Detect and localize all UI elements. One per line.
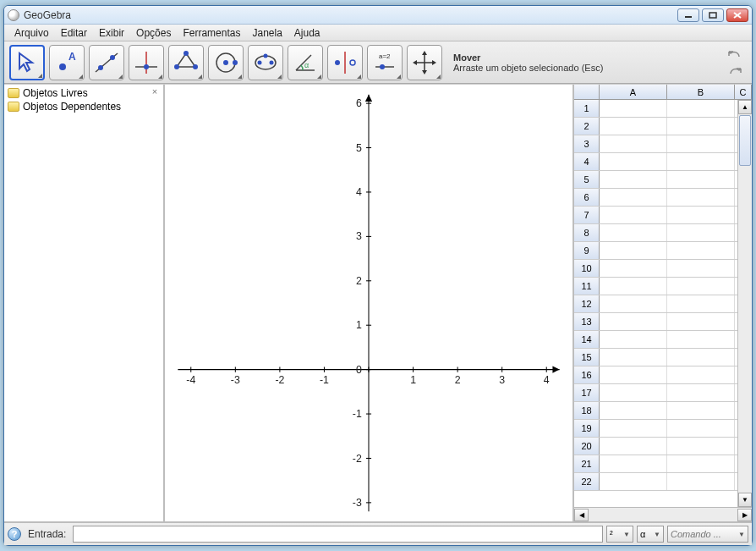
spreadsheet-cell[interactable]	[600, 313, 667, 330]
spreadsheet-cell[interactable]	[600, 438, 667, 455]
spreadsheet-rowhead[interactable]: 20	[574, 438, 600, 455]
spreadsheet-rowhead[interactable]: 21	[574, 455, 600, 472]
spreadsheet-cell[interactable]	[600, 171, 667, 188]
spreadsheet-rowhead[interactable]: 9	[574, 242, 600, 259]
tool-point[interactable]: A	[49, 45, 85, 80]
spreadsheet-rowhead[interactable]: 6	[574, 189, 600, 206]
spreadsheet-cell[interactable]	[600, 402, 667, 419]
spreadsheet-rowhead[interactable]: 10	[574, 260, 600, 277]
spreadsheet-cell[interactable]	[667, 118, 735, 135]
spreadsheet-vscrollbar[interactable]: ▲ ▼	[737, 100, 752, 507]
scroll-right-button[interactable]: ▶	[737, 509, 752, 521]
spreadsheet-hscrollbar[interactable]: ◀ ▶	[574, 507, 752, 521]
menu-ferramentas[interactable]: Ferramentas	[178, 25, 245, 41]
tool-perpendicular[interactable]	[129, 45, 164, 80]
spreadsheet-cell[interactable]	[667, 384, 735, 401]
algebra-close-button[interactable]: ×	[150, 86, 160, 96]
spreadsheet-cell[interactable]	[667, 153, 735, 170]
scroll-up-button[interactable]: ▲	[738, 100, 752, 114]
spreadsheet-rowhead[interactable]: 11	[574, 278, 600, 295]
spreadsheet-cell[interactable]	[600, 349, 667, 366]
close-button[interactable]	[726, 8, 748, 22]
spreadsheet-cell[interactable]	[667, 366, 735, 383]
spreadsheet-cell[interactable]	[667, 455, 735, 472]
graphics-view[interactable]: -4-3-2-11234-3-2-10123456	[165, 85, 574, 521]
menu-janela[interactable]: Janela	[247, 25, 287, 41]
spreadsheet-cell[interactable]	[600, 473, 667, 490]
spreadsheet-rowhead[interactable]: 18	[574, 402, 600, 419]
minimize-button[interactable]	[677, 8, 699, 22]
spreadsheet-rowhead[interactable]: 19	[574, 420, 600, 437]
tool-polygon[interactable]	[168, 45, 204, 80]
spreadsheet-cell[interactable]	[667, 295, 735, 312]
tool-move-view[interactable]	[407, 45, 442, 80]
spreadsheet-cell[interactable]	[667, 100, 735, 117]
folder-dependent-objects[interactable]: Objetos Dependentes	[4, 100, 163, 113]
menu-arquivo[interactable]: Arquivo	[9, 25, 54, 41]
spreadsheet-rowhead[interactable]: 12	[574, 295, 600, 312]
menu-opcoes[interactable]: Opções	[131, 25, 176, 41]
spreadsheet-cell[interactable]	[667, 207, 735, 223]
redo-button[interactable]	[726, 64, 743, 78]
spreadsheet-cell[interactable]	[667, 420, 735, 437]
spreadsheet-cell[interactable]	[667, 260, 735, 277]
spreadsheet-rowhead[interactable]: 13	[574, 313, 600, 330]
symbol-greek-select[interactable]: α▼	[637, 526, 664, 543]
menu-editar[interactable]: Editar	[56, 25, 92, 41]
spreadsheet-cell[interactable]	[667, 473, 735, 490]
spreadsheet-rowhead[interactable]: 5	[574, 171, 600, 188]
spreadsheet-cell[interactable]	[667, 278, 735, 295]
spreadsheet-corner[interactable]	[574, 85, 600, 99]
spreadsheet-rowhead[interactable]: 8	[574, 224, 600, 241]
spreadsheet-rowhead[interactable]: 17	[574, 384, 600, 401]
spreadsheet-col-A[interactable]: A	[600, 85, 667, 99]
spreadsheet-col-B[interactable]: B	[667, 85, 735, 99]
spreadsheet-rowhead[interactable]: 7	[574, 207, 600, 223]
tool-circle[interactable]	[208, 45, 244, 80]
spreadsheet-cell[interactable]	[600, 242, 667, 259]
scroll-down-button[interactable]: ▼	[738, 493, 752, 507]
tool-move[interactable]	[9, 45, 45, 80]
spreadsheet-cell[interactable]	[667, 402, 735, 419]
spreadsheet-col-C[interactable]: C	[735, 85, 752, 99]
symbol-superscript-select[interactable]: ²▼	[606, 526, 633, 543]
command-input[interactable]	[73, 526, 603, 543]
tool-line[interactable]	[89, 45, 124, 80]
spreadsheet-rowhead[interactable]: 14	[574, 331, 600, 348]
spreadsheet-cell[interactable]	[600, 366, 667, 383]
help-icon[interactable]: ?	[8, 527, 21, 541]
undo-button[interactable]	[726, 47, 743, 61]
spreadsheet-cell[interactable]	[600, 455, 667, 472]
spreadsheet-cell[interactable]	[667, 242, 735, 259]
scroll-left-button[interactable]: ◀	[574, 509, 589, 521]
spreadsheet-cell[interactable]	[667, 331, 735, 348]
spreadsheet-cell[interactable]	[600, 135, 667, 152]
spreadsheet-rowhead[interactable]: 15	[574, 349, 600, 366]
spreadsheet-cell[interactable]	[600, 153, 667, 170]
spreadsheet-rowhead[interactable]: 4	[574, 153, 600, 170]
spreadsheet-cell[interactable]	[667, 171, 735, 188]
menu-ajuda[interactable]: Ajuda	[289, 25, 326, 41]
spreadsheet-cell[interactable]	[600, 224, 667, 241]
folder-free-objects[interactable]: Objetos Livres	[4, 86, 163, 100]
spreadsheet-cell[interactable]	[600, 384, 667, 401]
spreadsheet-rowhead[interactable]: 3	[574, 135, 600, 152]
spreadsheet-cell[interactable]	[667, 135, 735, 152]
spreadsheet-cell[interactable]	[600, 118, 667, 135]
spreadsheet-cell[interactable]	[667, 349, 735, 366]
command-select[interactable]: Comando ...▼	[667, 526, 748, 543]
spreadsheet-cell[interactable]	[600, 189, 667, 206]
tool-conic[interactable]	[248, 45, 283, 80]
tool-slider[interactable]: a=2	[367, 45, 403, 80]
spreadsheet-cell[interactable]	[667, 189, 735, 206]
spreadsheet-rowhead[interactable]: 2	[574, 118, 600, 135]
spreadsheet-cell[interactable]	[600, 420, 667, 437]
spreadsheet-cell[interactable]	[600, 260, 667, 277]
maximize-button[interactable]	[702, 8, 724, 22]
tool-angle[interactable]: α	[288, 45, 323, 80]
spreadsheet-rowhead[interactable]: 1	[574, 100, 600, 117]
menu-exibir[interactable]: Exibir	[94, 25, 129, 41]
spreadsheet-cell[interactable]	[600, 331, 667, 348]
spreadsheet-cell[interactable]	[667, 313, 735, 330]
spreadsheet-cell[interactable]	[600, 278, 667, 295]
